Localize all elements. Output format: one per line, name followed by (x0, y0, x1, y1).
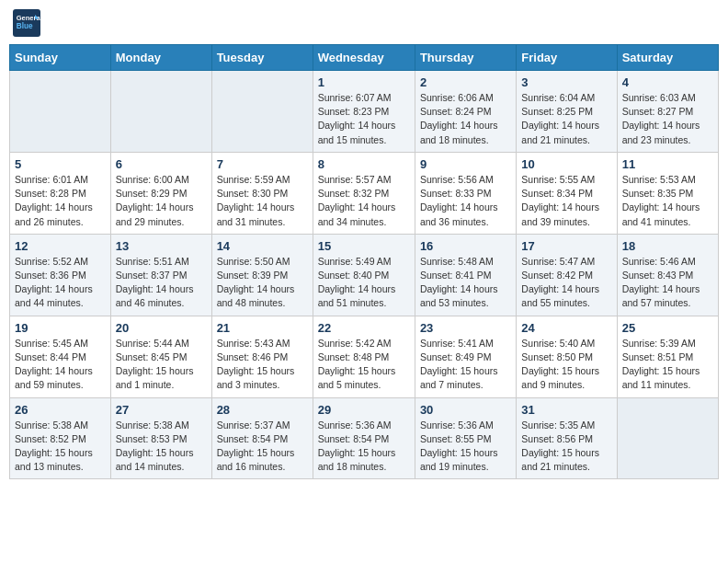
calendar-cell: 17Sunrise: 5:47 AM Sunset: 8:42 PM Dayli… (517, 234, 617, 316)
weekday-header-sunday: Sunday (10, 45, 111, 71)
day-number: 2 (420, 75, 511, 89)
svg-text:Blue: Blue (17, 22, 33, 30)
day-number: 29 (318, 403, 410, 417)
day-info: Sunrise: 5:41 AM Sunset: 8:49 PM Dayligh… (420, 337, 511, 393)
day-info: Sunrise: 5:56 AM Sunset: 8:33 PM Dayligh… (420, 173, 511, 229)
day-info: Sunrise: 5:42 AM Sunset: 8:48 PM Dayligh… (318, 337, 410, 393)
day-number: 30 (420, 403, 511, 417)
day-number: 18 (622, 239, 713, 253)
calendar-cell: 27Sunrise: 5:38 AM Sunset: 8:53 PM Dayli… (110, 397, 211, 479)
page-header: General Blue (9, 9, 719, 37)
calendar-cell: 3Sunrise: 6:04 AM Sunset: 8:25 PM Daylig… (517, 71, 617, 153)
day-number: 28 (217, 403, 308, 417)
calendar-cell: 28Sunrise: 5:37 AM Sunset: 8:54 PM Dayli… (211, 397, 313, 479)
day-info: Sunrise: 5:59 AM Sunset: 8:30 PM Dayligh… (217, 173, 308, 229)
calendar-cell: 6Sunrise: 6:00 AM Sunset: 8:29 PM Daylig… (110, 152, 211, 234)
weekday-header-row: SundayMondayTuesdayWednesdayThursdayFrid… (10, 45, 719, 71)
day-info: Sunrise: 5:40 AM Sunset: 8:50 PM Dayligh… (521, 337, 611, 393)
day-info: Sunrise: 5:51 AM Sunset: 8:37 PM Dayligh… (116, 255, 207, 311)
day-number: 9 (420, 157, 511, 171)
day-info: Sunrise: 5:44 AM Sunset: 8:45 PM Dayligh… (116, 337, 207, 393)
logo: General Blue (13, 9, 44, 37)
logo-icon: General Blue (13, 9, 40, 37)
day-number: 12 (15, 239, 106, 253)
calendar-cell: 25Sunrise: 5:39 AM Sunset: 8:51 PM Dayli… (617, 316, 718, 397)
calendar-cell: 2Sunrise: 6:06 AM Sunset: 8:24 PM Daylig… (415, 71, 516, 153)
day-number: 3 (521, 75, 611, 89)
calendar-cell: 12Sunrise: 5:52 AM Sunset: 8:36 PM Dayli… (10, 234, 111, 316)
day-number: 6 (116, 157, 207, 171)
day-number: 11 (622, 157, 713, 171)
day-number: 21 (217, 321, 308, 335)
day-info: Sunrise: 5:35 AM Sunset: 8:56 PM Dayligh… (521, 419, 611, 475)
calendar-cell: 15Sunrise: 5:49 AM Sunset: 8:40 PM Dayli… (313, 234, 415, 316)
calendar-week-1: 1Sunrise: 6:07 AM Sunset: 8:23 PM Daylig… (10, 71, 719, 153)
day-info: Sunrise: 5:48 AM Sunset: 8:41 PM Dayligh… (420, 255, 511, 311)
day-info: Sunrise: 5:49 AM Sunset: 8:40 PM Dayligh… (318, 255, 410, 311)
calendar-table: SundayMondayTuesdayWednesdayThursdayFrid… (9, 44, 719, 479)
calendar-header: SundayMondayTuesdayWednesdayThursdayFrid… (10, 45, 719, 71)
day-number: 31 (521, 403, 611, 417)
calendar-cell: 22Sunrise: 5:42 AM Sunset: 8:48 PM Dayli… (313, 316, 415, 397)
day-number: 24 (521, 321, 611, 335)
day-info: Sunrise: 6:06 AM Sunset: 8:24 PM Dayligh… (420, 91, 511, 147)
day-info: Sunrise: 5:38 AM Sunset: 8:52 PM Dayligh… (15, 419, 106, 475)
calendar-body: 1Sunrise: 6:07 AM Sunset: 8:23 PM Daylig… (10, 71, 719, 479)
calendar-cell (617, 397, 718, 479)
weekday-header-friday: Friday (517, 45, 617, 71)
day-number: 14 (217, 239, 308, 253)
day-info: Sunrise: 5:55 AM Sunset: 8:34 PM Dayligh… (521, 173, 611, 229)
calendar-week-4: 19Sunrise: 5:45 AM Sunset: 8:44 PM Dayli… (10, 316, 719, 397)
calendar-cell: 4Sunrise: 6:03 AM Sunset: 8:27 PM Daylig… (617, 71, 718, 153)
calendar-cell: 26Sunrise: 5:38 AM Sunset: 8:52 PM Dayli… (10, 397, 111, 479)
day-info: Sunrise: 5:37 AM Sunset: 8:54 PM Dayligh… (217, 419, 308, 475)
day-number: 23 (420, 321, 511, 335)
day-number: 4 (622, 75, 713, 89)
day-number: 1 (318, 75, 410, 89)
day-number: 7 (217, 157, 308, 171)
weekday-header-monday: Monday (110, 45, 211, 71)
day-number: 13 (116, 239, 207, 253)
day-info: Sunrise: 6:00 AM Sunset: 8:29 PM Dayligh… (116, 173, 207, 229)
calendar-cell: 13Sunrise: 5:51 AM Sunset: 8:37 PM Dayli… (110, 234, 211, 316)
day-info: Sunrise: 5:53 AM Sunset: 8:35 PM Dayligh… (622, 173, 713, 229)
calendar-cell: 23Sunrise: 5:41 AM Sunset: 8:49 PM Dayli… (415, 316, 516, 397)
calendar-cell: 30Sunrise: 5:36 AM Sunset: 8:55 PM Dayli… (415, 397, 516, 479)
day-number: 20 (116, 321, 207, 335)
day-info: Sunrise: 5:47 AM Sunset: 8:42 PM Dayligh… (521, 255, 611, 311)
calendar-week-3: 12Sunrise: 5:52 AM Sunset: 8:36 PM Dayli… (10, 234, 719, 316)
calendar-cell: 18Sunrise: 5:46 AM Sunset: 8:43 PM Dayli… (617, 234, 718, 316)
day-number: 15 (318, 239, 410, 253)
calendar-cell: 1Sunrise: 6:07 AM Sunset: 8:23 PM Daylig… (313, 71, 415, 153)
calendar-cell: 10Sunrise: 5:55 AM Sunset: 8:34 PM Dayli… (517, 152, 617, 234)
day-number: 10 (521, 157, 611, 171)
day-number: 17 (521, 239, 611, 253)
calendar-cell (110, 71, 211, 153)
day-info: Sunrise: 5:39 AM Sunset: 8:51 PM Dayligh… (622, 337, 713, 393)
weekday-header-wednesday: Wednesday (313, 45, 415, 71)
day-info: Sunrise: 6:04 AM Sunset: 8:25 PM Dayligh… (521, 91, 611, 147)
day-info: Sunrise: 5:36 AM Sunset: 8:54 PM Dayligh… (318, 419, 410, 475)
day-info: Sunrise: 5:43 AM Sunset: 8:46 PM Dayligh… (217, 337, 308, 393)
weekday-header-saturday: Saturday (617, 45, 718, 71)
day-info: Sunrise: 5:50 AM Sunset: 8:39 PM Dayligh… (217, 255, 308, 311)
calendar-cell: 8Sunrise: 5:57 AM Sunset: 8:32 PM Daylig… (313, 152, 415, 234)
weekday-header-thursday: Thursday (415, 45, 516, 71)
day-info: Sunrise: 5:52 AM Sunset: 8:36 PM Dayligh… (15, 255, 106, 311)
day-info: Sunrise: 5:45 AM Sunset: 8:44 PM Dayligh… (15, 337, 106, 393)
day-number: 8 (318, 157, 410, 171)
weekday-header-tuesday: Tuesday (211, 45, 313, 71)
calendar-cell (10, 71, 111, 153)
day-number: 27 (116, 403, 207, 417)
day-number: 25 (622, 321, 713, 335)
calendar-cell: 16Sunrise: 5:48 AM Sunset: 8:41 PM Dayli… (415, 234, 516, 316)
day-number: 22 (318, 321, 410, 335)
day-info: Sunrise: 5:36 AM Sunset: 8:55 PM Dayligh… (420, 419, 511, 475)
calendar-cell: 20Sunrise: 5:44 AM Sunset: 8:45 PM Dayli… (110, 316, 211, 397)
calendar-cell: 9Sunrise: 5:56 AM Sunset: 8:33 PM Daylig… (415, 152, 516, 234)
calendar-cell (211, 71, 313, 153)
calendar-cell: 14Sunrise: 5:50 AM Sunset: 8:39 PM Dayli… (211, 234, 313, 316)
day-info: Sunrise: 5:57 AM Sunset: 8:32 PM Dayligh… (318, 173, 410, 229)
day-number: 26 (15, 403, 106, 417)
calendar-cell: 31Sunrise: 5:35 AM Sunset: 8:56 PM Dayli… (517, 397, 617, 479)
